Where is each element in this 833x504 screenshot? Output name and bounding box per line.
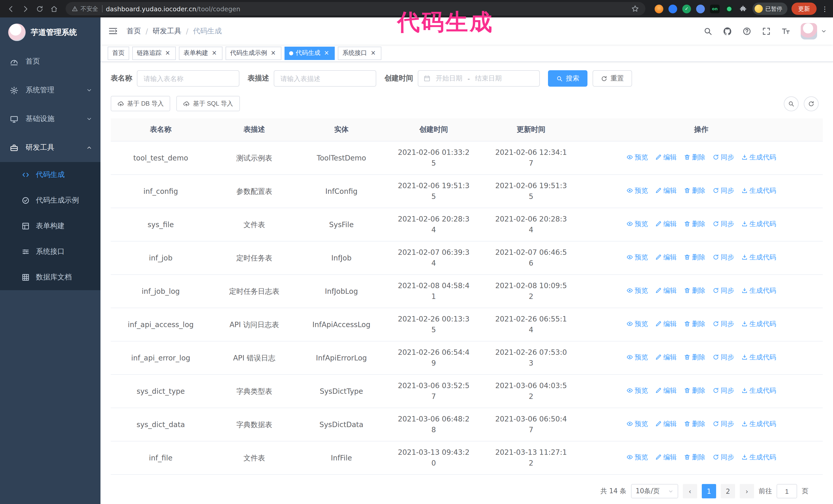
edit-link[interactable]: 编辑 (655, 186, 677, 196)
generate-code-link[interactable]: 生成代码 (741, 152, 776, 162)
prev-page-button[interactable]: ‹ (683, 484, 697, 498)
user-avatar[interactable] (801, 23, 817, 39)
delete-link[interactable]: 删除 (684, 386, 705, 395)
reset-button[interactable]: 重置 (593, 70, 632, 87)
close-icon[interactable]: × (323, 49, 330, 57)
refresh-table-button[interactable] (804, 96, 819, 111)
delete-link[interactable]: 删除 (684, 352, 705, 362)
github-button[interactable] (719, 22, 736, 40)
generate-code-link[interactable]: 生成代码 (741, 186, 776, 196)
page-size-select[interactable]: 10条/页 (631, 484, 678, 498)
extension-check-icon[interactable]: ✓ (682, 4, 691, 13)
edit-link[interactable]: 编辑 (655, 452, 677, 462)
close-icon[interactable]: × (164, 49, 171, 57)
sidebar-item-system-api[interactable]: 系统接口 (0, 239, 100, 265)
sidebar-item-home[interactable]: 首页 (0, 47, 100, 76)
edit-link[interactable]: 编辑 (655, 419, 677, 429)
sidebar-item-form-builder[interactable]: 表单构建 (0, 213, 100, 239)
sync-link[interactable]: 同步 (713, 252, 734, 262)
goto-page-input[interactable] (777, 484, 797, 498)
preview-link[interactable]: 预览 (626, 152, 648, 162)
home-button[interactable] (47, 2, 61, 16)
breadcrumb-item[interactable]: 首页 (127, 26, 141, 35)
generate-code-link[interactable]: 生成代码 (741, 319, 776, 329)
date-range-picker[interactable]: 开始日期 - 结束日期 (418, 70, 540, 87)
sync-link[interactable]: 同步 (713, 386, 734, 395)
tab-tracing[interactable]: 链路追踪× (132, 46, 176, 60)
address-bar[interactable]: 不安全 dashboard.yudao.iocoder.cn/tool/code… (66, 2, 645, 16)
page-button-1[interactable]: 1 (702, 484, 716, 498)
tab-codegen[interactable]: 代码生成× (285, 46, 335, 60)
delete-link[interactable]: 删除 (684, 319, 705, 329)
generate-code-link[interactable]: 生成代码 (741, 452, 776, 462)
sync-link[interactable]: 同步 (713, 286, 734, 295)
delete-link[interactable]: 删除 (684, 452, 705, 462)
edit-link[interactable]: 编辑 (655, 219, 677, 229)
sync-link[interactable]: 同步 (713, 319, 734, 329)
reload-button[interactable] (33, 2, 46, 16)
tab-system-api[interactable]: 系统接口× (338, 46, 381, 60)
import-db-button[interactable]: 基于 DB 导入 (111, 96, 170, 111)
generate-code-link[interactable]: 生成代码 (741, 252, 776, 262)
sync-link[interactable]: 同步 (713, 186, 734, 196)
sync-link[interactable]: 同步 (713, 219, 734, 229)
sidebar-item-infra[interactable]: 基础设施 (0, 104, 100, 133)
close-icon[interactable]: × (270, 49, 277, 57)
extension-on-icon[interactable]: on (710, 4, 720, 13)
sync-link[interactable]: 同步 (713, 352, 734, 362)
edit-link[interactable]: 编辑 (655, 319, 677, 329)
header-search-button[interactable] (699, 22, 717, 40)
sync-link[interactable]: 同步 (713, 152, 734, 162)
fullscreen-button[interactable] (758, 22, 775, 40)
extension-drop-icon[interactable] (668, 4, 677, 13)
delete-link[interactable]: 删除 (684, 219, 705, 229)
delete-link[interactable]: 删除 (684, 419, 705, 429)
bookmark-star-icon[interactable] (631, 5, 639, 13)
preview-link[interactable]: 预览 (626, 452, 648, 462)
edit-link[interactable]: 编辑 (655, 352, 677, 362)
close-icon[interactable]: × (211, 49, 218, 57)
extension-fox-icon[interactable] (654, 4, 663, 13)
page-button-2[interactable]: 2 (721, 484, 735, 498)
breadcrumb-item[interactable]: 研发工具 (152, 26, 181, 35)
preview-link[interactable]: 预览 (626, 352, 648, 362)
search-button[interactable]: 搜索 (548, 70, 588, 87)
import-sql-button[interactable]: 基于 SQL 导入 (176, 96, 240, 111)
logo-area[interactable]: 芋道管理系统 (0, 18, 100, 47)
toggle-search-button[interactable] (784, 96, 799, 111)
extensions-puzzle-icon[interactable] (739, 4, 747, 13)
tab-form-builder[interactable]: 表单构建× (179, 46, 222, 60)
forward-button[interactable] (19, 2, 32, 16)
table-desc-input[interactable] (274, 70, 376, 87)
close-icon[interactable]: × (370, 49, 377, 57)
edit-link[interactable]: 编辑 (655, 252, 677, 262)
sidebar-item-db-doc[interactable]: 数据库文档 (0, 265, 100, 290)
sidebar-item-devtools[interactable]: 研发工具 (0, 133, 100, 162)
generate-code-link[interactable]: 生成代码 (741, 219, 776, 229)
sidebar-item-codegen-example[interactable]: 代码生成示例 (0, 188, 100, 213)
avatar-caret-icon[interactable] (821, 28, 827, 34)
security-indicator[interactable]: 不安全 (72, 5, 98, 13)
browser-menu-icon[interactable]: ⋮ (821, 5, 829, 13)
browser-update-button[interactable]: 更新 (791, 3, 816, 15)
generate-code-link[interactable]: 生成代码 (741, 386, 776, 395)
preview-link[interactable]: 预览 (626, 219, 648, 229)
preview-link[interactable]: 预览 (626, 286, 648, 295)
profile-chip[interactable]: 已暂停 (753, 3, 787, 15)
preview-link[interactable]: 预览 (626, 186, 648, 196)
preview-link[interactable]: 预览 (626, 386, 648, 395)
help-button[interactable] (738, 22, 756, 40)
delete-link[interactable]: 删除 (684, 186, 705, 196)
table-name-input[interactable] (137, 70, 239, 87)
edit-link[interactable]: 编辑 (655, 386, 677, 395)
extension-people-icon[interactable] (696, 4, 705, 13)
preview-link[interactable]: 预览 (626, 419, 648, 429)
font-size-button[interactable] (777, 22, 794, 40)
generate-code-link[interactable]: 生成代码 (741, 352, 776, 362)
generate-code-link[interactable]: 生成代码 (741, 286, 776, 295)
edit-link[interactable]: 编辑 (655, 152, 677, 162)
sync-link[interactable]: 同步 (713, 419, 734, 429)
back-button[interactable] (4, 2, 18, 16)
tab-home[interactable]: 首页 (108, 46, 129, 60)
hamburger-button[interactable] (100, 18, 125, 45)
